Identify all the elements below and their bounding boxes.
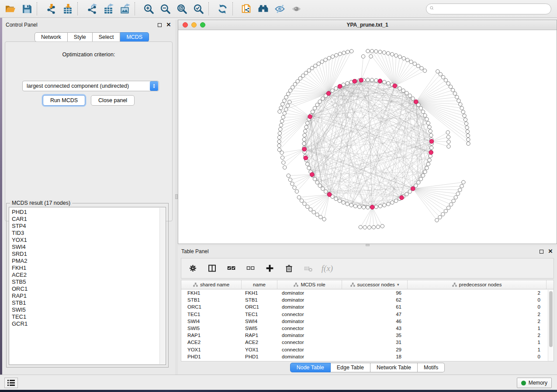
mcds-result-item[interactable]: SWI4 [12, 244, 166, 251]
column-header-name[interactable]: name [242, 280, 277, 289]
export-table-button[interactable] [101, 2, 114, 15]
cell-MCDS-role[interactable]: connector [277, 312, 342, 317]
hide-selected-button[interactable] [273, 2, 286, 15]
cell-shared-name[interactable]: ORC1 [181, 304, 242, 309]
table-row[interactable]: ORC1ORC1dominator610 [181, 303, 554, 310]
cell-predecessor-nodes[interactable]: 1 [408, 340, 547, 345]
mcds-result-item[interactable]: CAR1 [12, 216, 166, 223]
table-row[interactable]: PHD1PHD1dominator180 [181, 353, 554, 360]
refresh-button[interactable] [216, 2, 229, 15]
cell-shared-name[interactable]: SWI4 [181, 319, 242, 324]
unselect-all-button[interactable] [245, 263, 256, 274]
search-box[interactable] [426, 3, 551, 14]
mcds-result-item[interactable]: ACE2 [12, 272, 166, 279]
delete-column-button[interactable] [284, 263, 294, 274]
tab-style[interactable]: Style [68, 32, 93, 42]
network-window-titlebar[interactable]: YPA_prune.txt_1 [178, 20, 557, 30]
cell-name[interactable]: YOX1 [242, 347, 277, 352]
tab-network-table[interactable]: Network Table [370, 363, 418, 372]
tab-mcds[interactable]: MCDS [120, 32, 149, 42]
table-row[interactable]: SWI5SWI5connector431 [181, 325, 554, 332]
tab-motifs[interactable]: Motifs [418, 363, 445, 372]
cell-MCDS-role[interactable]: dominator [277, 333, 342, 338]
float-panel-button[interactable] [538, 248, 544, 254]
cell-MCDS-role[interactable]: dominator [277, 297, 342, 303]
table-row[interactable]: STB1STB1dominator620 [181, 296, 554, 303]
cell-successor-nodes[interactable]: 43 [342, 326, 408, 331]
open-file-button[interactable] [3, 2, 17, 15]
table-row[interactable]: RAP1RAP1dominator352 [181, 332, 554, 339]
cell-name[interactable]: STB1 [242, 297, 277, 303]
tab-select[interactable]: Select [93, 32, 121, 42]
zoom-in-button[interactable] [142, 2, 155, 15]
network-canvas[interactable] [178, 30, 557, 244]
cell-predecessor-nodes[interactable]: 1 [408, 326, 547, 331]
table-row[interactable]: SWI4SWI4dominator462 [181, 318, 554, 325]
scrollbar-thumb[interactable] [549, 291, 553, 347]
cell-successor-nodes[interactable]: 46 [342, 319, 408, 324]
column-header-successor-nodes[interactable]: successor nodes▾ [342, 280, 408, 289]
cell-name[interactable]: RAP1 [242, 333, 277, 338]
cell-successor-nodes[interactable]: 29 [342, 347, 408, 352]
close-panel-button[interactable]: ✕ [547, 248, 554, 254]
mcds-result-item[interactable]: ORC1 [12, 285, 166, 292]
cell-predecessor-nodes[interactable]: 0 [408, 354, 547, 359]
cell-name[interactable]: SWI5 [242, 326, 277, 331]
cell-MCDS-role[interactable]: dominator [277, 290, 342, 296]
table-scrollbar[interactable] [548, 290, 554, 361]
cell-shared-name[interactable]: YOX1 [181, 347, 242, 352]
cell-shared-name[interactable]: PHD1 [181, 354, 242, 359]
show-panels-list-button[interactable] [4, 378, 18, 388]
cell-MCDS-role[interactable]: dominator [277, 354, 342, 359]
table-options-gear-button[interactable] [187, 263, 198, 274]
mcds-result-item[interactable]: FKH1 [12, 265, 166, 272]
tab-network[interactable]: Network [35, 32, 68, 42]
cell-successor-nodes[interactable]: 62 [342, 297, 408, 303]
save-session-button[interactable] [20, 2, 33, 15]
cell-shared-name[interactable]: STB1 [181, 297, 242, 303]
column-header-shared-name[interactable]: shared name [181, 280, 242, 289]
show-all-button[interactable] [290, 2, 303, 15]
cell-shared-name[interactable]: FKH1 [181, 290, 242, 296]
export-network-button[interactable] [85, 2, 98, 15]
mcds-result-item[interactable]: RAP1 [12, 292, 166, 299]
cell-successor-nodes[interactable]: 61 [342, 304, 408, 309]
table-row[interactable]: YOX1YOX1connector291 [181, 346, 554, 353]
cell-MCDS-role[interactable]: connector [277, 340, 342, 345]
mcds-result-item[interactable]: TEC1 [12, 313, 166, 320]
mcds-result-item[interactable]: SRD1 [12, 251, 166, 258]
cell-predecessor-nodes[interactable]: 1 [408, 347, 547, 352]
mcds-result-item[interactable]: STB1 [12, 299, 166, 306]
cell-shared-name[interactable]: ACE2 [181, 340, 242, 345]
cell-successor-nodes[interactable]: 31 [342, 340, 408, 345]
export-image-button[interactable] [118, 2, 131, 15]
cell-name[interactable]: ACE2 [242, 340, 277, 345]
zoom-selected-button[interactable] [192, 2, 205, 15]
cell-successor-nodes[interactable]: 96 [342, 290, 408, 296]
cell-predecessor-nodes[interactable]: 2 [408, 333, 547, 338]
cell-MCDS-role[interactable]: dominator [277, 304, 342, 309]
cell-name[interactable]: TEC1 [242, 312, 277, 317]
mcds-result-item[interactable]: YOX1 [12, 237, 166, 244]
close-panel-button[interactable]: ✕ [166, 22, 172, 28]
mcds-result-item[interactable]: STB5 [12, 279, 166, 285]
zoom-out-button[interactable] [159, 2, 172, 15]
toggle-panel-columns-button[interactable] [207, 263, 217, 274]
new-network-from-selection-button[interactable] [240, 2, 253, 15]
tab-edge-table[interactable]: Edge Table [331, 363, 370, 372]
cell-successor-nodes[interactable]: 47 [342, 312, 408, 317]
cell-predecessor-nodes[interactable]: 2 [408, 312, 547, 317]
float-panel-button[interactable] [156, 22, 163, 28]
tab-node-table[interactable]: Node Table [290, 363, 331, 372]
mcds-result-item[interactable]: STP4 [12, 223, 166, 230]
import-table-button[interactable] [61, 2, 74, 15]
cell-shared-name[interactable]: RAP1 [181, 333, 242, 338]
memory-button[interactable]: Memory [517, 378, 552, 388]
cell-MCDS-role[interactable]: connector [277, 326, 342, 331]
mcds-result-item[interactable]: PHD1 [12, 209, 166, 216]
table-row[interactable]: TEC1TEC1connector472 [181, 311, 554, 318]
network-graph[interactable] [178, 30, 557, 244]
cell-name[interactable]: PHD1 [242, 354, 277, 359]
search-input[interactable] [438, 6, 551, 12]
mcds-result-item[interactable]: GCR1 [12, 320, 166, 327]
